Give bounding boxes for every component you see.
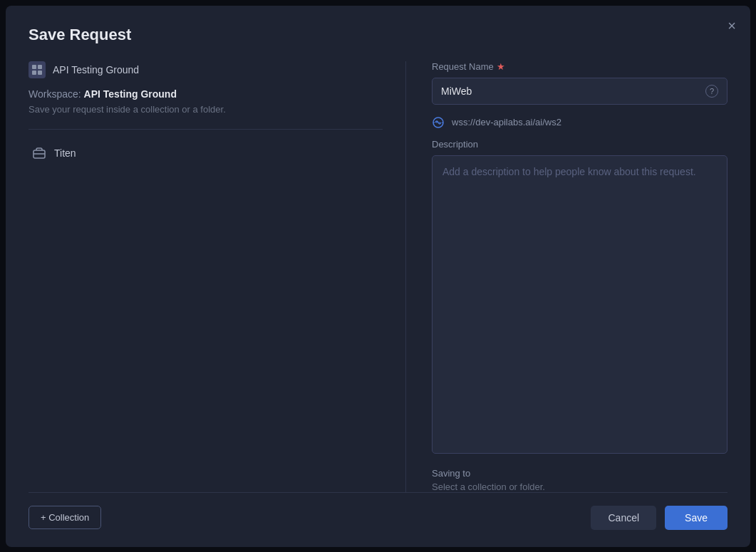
modal-body: API Testing Ground Workspace: API Testin… [29, 61, 727, 492]
svg-rect-2 [32, 71, 36, 75]
left-panel: API Testing Ground Workspace: API Testin… [29, 61, 406, 492]
svg-rect-1 [38, 65, 42, 69]
workspace-bold: API Testing Ground [84, 88, 177, 100]
workspace-header: API Testing Ground [29, 61, 383, 78]
modal-title: Save Request [29, 26, 727, 44]
right-panel: Request Name ★ ? [406, 61, 727, 492]
workspace-label: Workspace: API Testing Ground [29, 88, 383, 100]
help-icon[interactable]: ? [705, 85, 718, 98]
request-name-label: Request Name ★ [432, 61, 727, 72]
workspace-sublabel: Save your request inside a collection or… [29, 104, 383, 115]
collection-item[interactable]: Titen [29, 141, 383, 165]
saving-to-label: Saving to [432, 468, 727, 479]
save-request-modal: × Save Request API Testing Ground [6, 6, 750, 547]
url-text: wss://dev-apilabs.ai/ai/ws2 [452, 117, 561, 127]
workspace-icon [29, 61, 46, 78]
saving-to-section: Saving to Select a collection or folder. [432, 468, 727, 492]
cancel-button[interactable]: Cancel [591, 506, 656, 530]
saving-to-sublabel: Select a collection or folder. [432, 481, 727, 492]
footer-right: Cancel Save [591, 506, 727, 530]
modal-overlay: × Save Request API Testing Ground [0, 0, 756, 552]
collection-item-icon [31, 145, 47, 161]
workspace-name-header: API Testing Ground [53, 64, 139, 75]
ws-icon [432, 116, 445, 129]
svg-rect-0 [32, 65, 36, 69]
url-row: wss://dev-apilabs.ai/ai/ws2 [432, 116, 727, 129]
add-collection-button[interactable]: + Collection [29, 506, 101, 529]
modal-footer: + Collection Cancel Save [29, 492, 727, 530]
collection-item-label: Titen [54, 147, 76, 159]
required-star: ★ [497, 61, 505, 72]
description-textarea[interactable] [432, 155, 727, 454]
request-name-input-row: ? [432, 78, 727, 105]
save-button[interactable]: Save [665, 506, 727, 530]
divider [29, 129, 383, 130]
description-label: Description [432, 139, 727, 150]
svg-rect-3 [38, 71, 42, 75]
request-name-input[interactable] [441, 85, 705, 97]
close-button[interactable]: × [727, 19, 736, 33]
